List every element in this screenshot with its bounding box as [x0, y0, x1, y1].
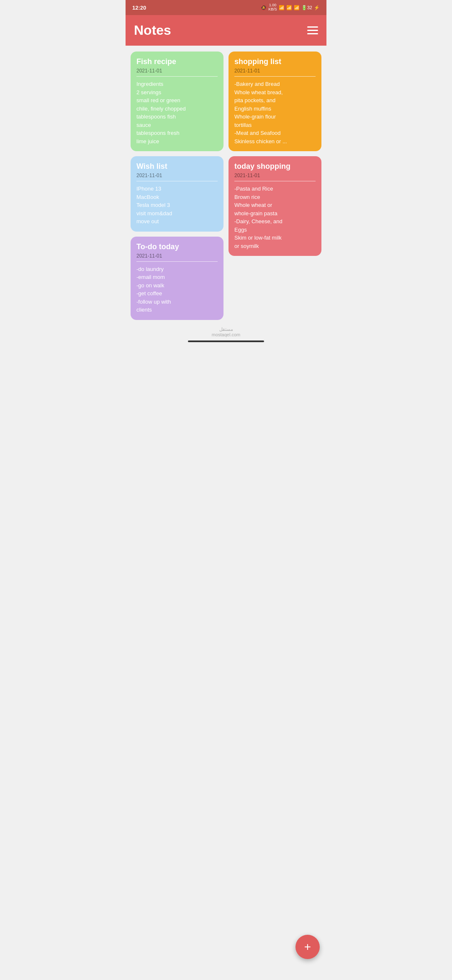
note-divider [136, 76, 218, 77]
note-content-wish-list: IPhone 13 MacBook Tesla model 3 visit mo… [136, 185, 218, 226]
note-title-to-do-today: To-do today [136, 242, 218, 251]
status-bar: 12:20 🔕 1.00KB/S 📶 📶 📶 🔋32 ⚡ [126, 0, 326, 15]
note-content-today-shopping: -Pasta and Rice Brown rice Whole wheat o… [234, 185, 316, 250]
note-date-to-do-today: 2021-11-01 [136, 253, 218, 259]
status-icons: 🔕 1.00KB/S 📶 📶 📶 🔋32 ⚡ [261, 3, 320, 12]
notes-grid: Fish recipe 2021-11-01 Ingredients 2 ser… [126, 46, 326, 320]
note-content-shopping-list: -Bakery and Bread Whole wheat bread, pit… [234, 80, 316, 145]
note-title-shopping-list: shopping list [234, 57, 316, 66]
note-content-fish-recipe: Ingredients 2 servings small red or gree… [136, 80, 218, 145]
note-date-today-shopping: 2021-11-01 [234, 173, 316, 178]
note-date-shopping-list: 2021-11-01 [234, 68, 316, 74]
battery-icon: 🔋32 [301, 5, 312, 10]
notes-right-column: shopping list 2021-11-01 -Bakery and Bre… [229, 52, 321, 320]
note-card-wish-list[interactable]: Wish list 2021-11-01 IPhone 13 MacBook T… [131, 156, 223, 232]
signal-icon-2: 📶 [294, 5, 300, 10]
note-divider [234, 181, 316, 181]
watermark-text: مستقل [131, 327, 321, 332]
network-speed: 1.00KB/S [268, 3, 277, 12]
note-divider [136, 181, 218, 181]
watermark: مستقل mostaqel.com [131, 327, 321, 340]
notes-left-column: Fish recipe 2021-11-01 Ingredients 2 ser… [131, 52, 223, 320]
note-date-fish-recipe: 2021-11-01 [136, 68, 218, 74]
note-date-wish-list: 2021-11-01 [136, 173, 218, 178]
add-note-button[interactable]: + [295, 935, 320, 959]
note-card-today-shopping[interactable]: today shopping 2021-11-01 -Pasta and Ric… [229, 156, 321, 256]
signal-icon-1: 📶 [286, 5, 292, 10]
note-title-today-shopping: today shopping [234, 162, 316, 171]
note-title-fish-recipe: Fish recipe [136, 57, 218, 66]
note-content-to-do-today: -do laundry -email mom -go on walk -get … [136, 265, 218, 314]
note-card-shopping-list[interactable]: shopping list 2021-11-01 -Bakery and Bre… [229, 52, 321, 151]
note-title-wish-list: Wish list [136, 162, 218, 171]
status-time: 12:20 [132, 5, 146, 11]
note-divider [234, 76, 316, 77]
home-bar [188, 340, 264, 342]
app-title: Notes [134, 23, 171, 38]
mute-icon: 🔕 [261, 5, 267, 10]
charging-icon: ⚡ [314, 5, 320, 10]
note-divider [136, 261, 218, 262]
menu-button[interactable] [307, 26, 318, 34]
bottom-area: مستقل mostaqel.com [126, 320, 326, 404]
note-card-to-do-today[interactable]: To-do today 2021-11-01 -do laundry -emai… [131, 237, 223, 320]
note-card-fish-recipe[interactable]: Fish recipe 2021-11-01 Ingredients 2 ser… [131, 52, 223, 151]
app-header: Notes [126, 15, 326, 46]
wifi-icon: 📶 [279, 5, 285, 10]
watermark-subtext: mostaqel.com [131, 332, 321, 337]
